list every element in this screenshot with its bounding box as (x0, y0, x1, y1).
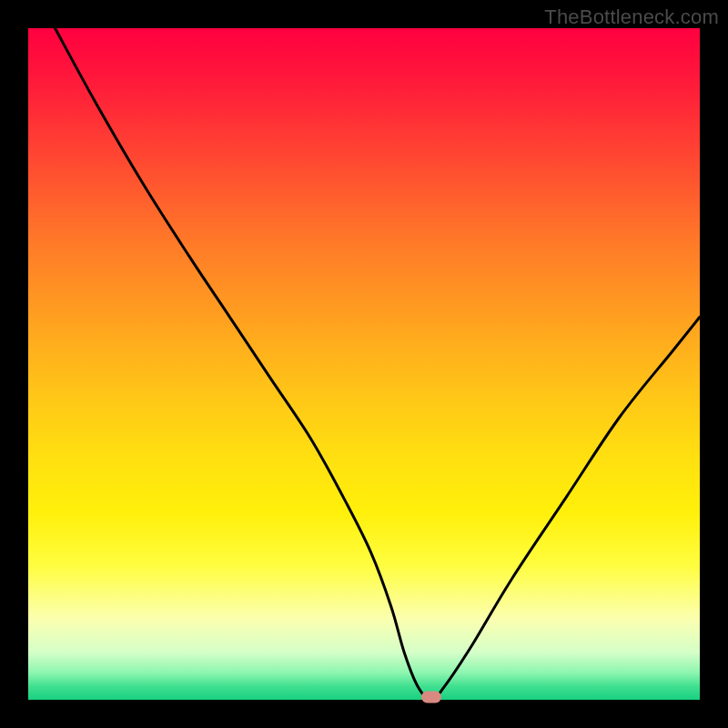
optimum-marker (421, 692, 441, 703)
bottleneck-curve (28, 28, 700, 700)
chart-frame: TheBottleneck.com (0, 0, 728, 728)
plot-area (28, 28, 700, 700)
watermark-text: TheBottleneck.com (544, 5, 719, 29)
